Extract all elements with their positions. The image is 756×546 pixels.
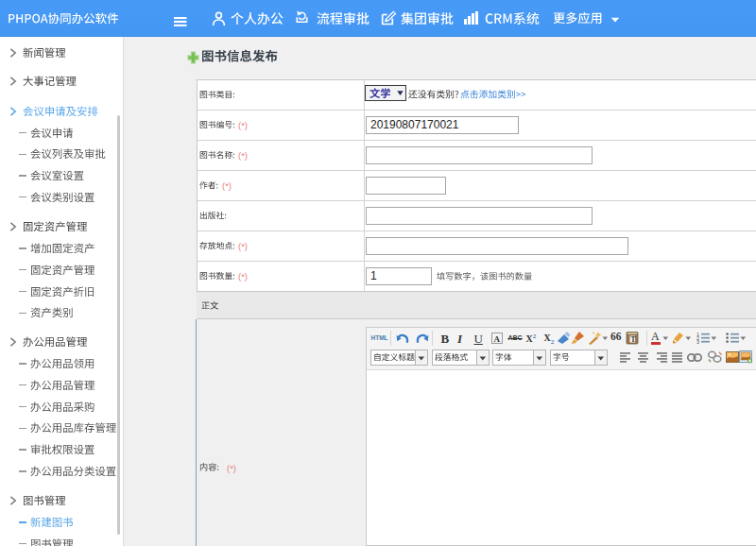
svg-text:3: 3 [696, 339, 699, 344]
svg-text:T: T [630, 335, 635, 344]
